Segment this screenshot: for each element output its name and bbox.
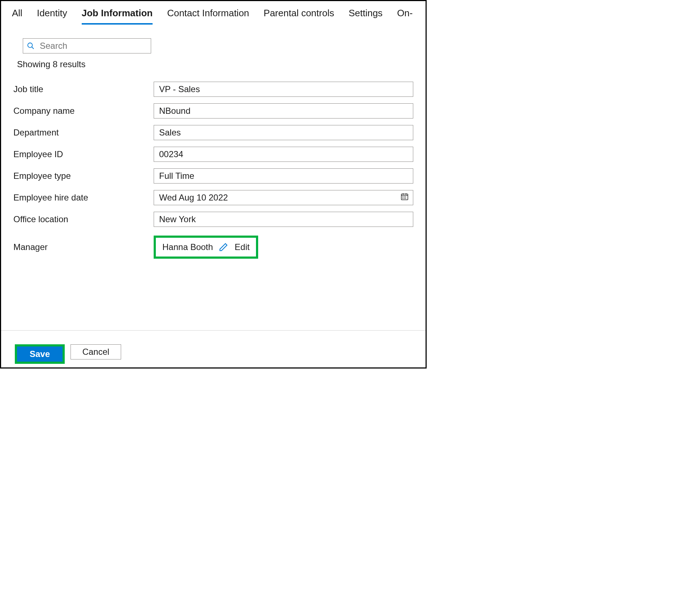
pencil-icon xyxy=(219,242,228,252)
search-icon xyxy=(27,42,35,50)
input-hire-date[interactable] xyxy=(154,190,413,205)
job-info-form: Job title Company name Department Employ… xyxy=(1,69,426,259)
manager-edit-group[interactable]: Hanna Booth Edit xyxy=(154,236,258,259)
tab-on[interactable]: On- xyxy=(397,8,413,25)
input-employee-id[interactable] xyxy=(154,147,413,162)
label-employee-type: Employee type xyxy=(13,171,154,181)
input-office-location[interactable] xyxy=(154,212,413,227)
footer-actions: Save Cancel xyxy=(1,330,426,367)
save-button[interactable]: Save xyxy=(17,346,63,362)
input-employee-type[interactable] xyxy=(154,168,413,184)
search-box[interactable] xyxy=(23,38,151,53)
label-manager: Manager xyxy=(13,242,154,252)
label-office-location: Office location xyxy=(13,214,154,224)
label-company-name: Company name xyxy=(13,106,154,116)
label-hire-date: Employee hire date xyxy=(13,193,154,203)
label-department: Department xyxy=(13,128,154,138)
input-job-title[interactable] xyxy=(154,82,413,97)
results-count: Showing 8 results xyxy=(1,53,426,69)
label-job-title: Job title xyxy=(13,84,154,94)
input-company-name[interactable] xyxy=(154,103,413,119)
tab-job-information[interactable]: Job Information xyxy=(82,8,153,25)
tab-all[interactable]: All xyxy=(12,8,22,25)
label-employee-id: Employee ID xyxy=(13,149,154,159)
search-input[interactable] xyxy=(39,40,147,51)
tab-settings[interactable]: Settings xyxy=(349,8,383,25)
tab-contact-information[interactable]: Contact Information xyxy=(167,8,249,25)
input-department[interactable] xyxy=(154,125,413,140)
tab-parental-controls[interactable]: Parental controls xyxy=(264,8,334,25)
tab-identity[interactable]: Identity xyxy=(37,8,67,25)
svg-line-1 xyxy=(32,47,34,49)
manager-name: Hanna Booth xyxy=(162,242,213,252)
edit-label: Edit xyxy=(235,242,249,252)
svg-point-0 xyxy=(28,43,33,48)
job-info-panel: All Identity Job Information Contact Inf… xyxy=(0,0,427,369)
cancel-button[interactable]: Cancel xyxy=(71,344,121,359)
save-highlight: Save xyxy=(15,344,65,364)
tab-bar: All Identity Job Information Contact Inf… xyxy=(1,1,426,25)
